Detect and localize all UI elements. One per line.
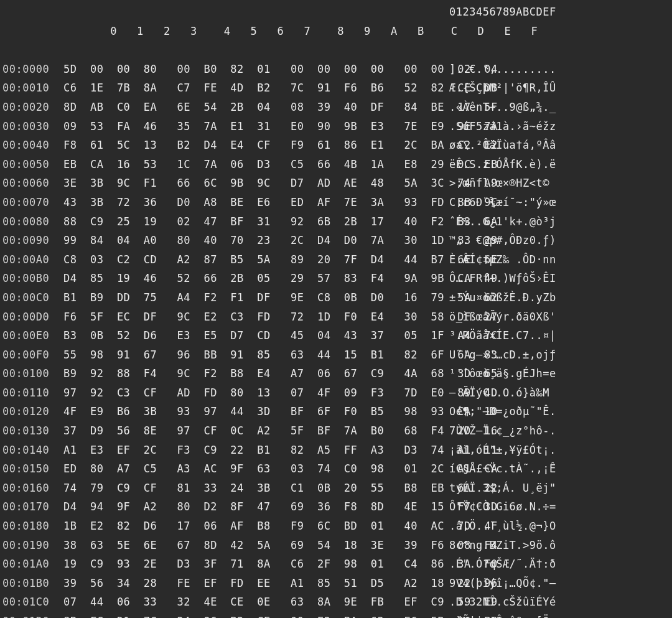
hex-bytes-cell[interactable]: D4 85 19 46 52 66 2B 05 29 57 83 F4 9A 9… <box>63 269 437 288</box>
offset-cell: 00:0090 <box>0 231 63 250</box>
hex-row[interactable]: 00:00C0B1 B9 DD 75 A4 F2 F1 DF 9E C8 0B … <box>0 288 672 307</box>
hex-row[interactable]: 00:01B039 56 34 28 FE EF FD EE A1 85 51 … <box>0 574 672 593</box>
offset-cell: 00:0020 <box>0 98 63 117</box>
offset-header <box>0 2 63 60</box>
hex-bytes-cell[interactable]: 97 92 C3 CF AD FD 80 13 07 4F 09 F3 7D E… <box>63 383 437 403</box>
hex-row[interactable]: 00:01D08B FC D1 7C 24 96 B3 CE 00 E2 BA … <box>0 612 672 618</box>
hex-row[interactable]: 00:00B0D4 85 19 46 52 66 2B 05 29 57 83 … <box>0 269 672 288</box>
offset-cell: 00:0150 <box>0 459 63 479</box>
hex-bytes-cell[interactable]: 8B FC D1 7C 24 96 B3 CE 00 E2 BA 63 E6 5… <box>63 612 437 618</box>
hex-bytes-cell[interactable]: F8 61 5C 13 B2 D4 E4 CF F9 61 86 E1 2C B… <box>63 136 437 155</box>
hex-bytes-cell[interactable]: 4F E9 B6 3B 93 97 44 3D BF 6F F0 B5 98 9… <box>63 402 437 421</box>
offset-cell: 00:0070 <box>0 193 63 212</box>
offset-cell: 00:0030 <box>0 117 63 136</box>
hex-row[interactable]: 00:0040F8 61 5C 13 B2 D4 E4 CF F9 61 86 … <box>0 136 672 155</box>
hex-rows-container: 00:00005D 00 00 80 00 B0 82 01 00 00 00 … <box>0 60 672 618</box>
offset-cell: 00:0060 <box>0 174 63 193</box>
offset-cell: 00:0050 <box>0 155 63 174</box>
hex-bytes-cell[interactable]: B3 0B 52 D6 E3 E5 D7 CD 45 04 43 37 05 1… <box>63 326 437 345</box>
hex-bytes-cell[interactable]: 19 C9 93 2E D3 3F 71 8A C6 2F 98 01 C4 8… <box>63 555 437 574</box>
hex-row[interactable]: 00:0010C6 1E 7B 8A C7 FE 4D B2 7C 91 F6 … <box>0 78 672 98</box>
hex-row[interactable]: 00:01A019 C9 93 2E D3 3F 71 8A C6 2F 98 … <box>0 555 672 574</box>
offset-cell: 00:00F0 <box>0 345 63 365</box>
hex-bytes-cell[interactable]: 8D AB C0 EA 6E 54 2B 04 08 39 40 DF 84 B… <box>63 98 437 117</box>
hex-row[interactable]: 00:00F055 98 91 67 96 BB 91 85 63 44 15 … <box>0 345 672 365</box>
offset-cell: 00:01A0 <box>0 555 63 574</box>
hex-row[interactable]: 00:009099 84 04 A0 80 40 70 23 2C D4 D0 … <box>0 231 672 250</box>
offset-cell: 00:0180 <box>0 517 63 536</box>
hex-bytes-cell[interactable]: ED 80 A7 C5 A3 AC 9F 63 03 74 C0 98 01 2… <box>63 459 437 479</box>
hex-bytes-cell[interactable]: C8 03 C2 CD A2 87 B5 5A 89 20 7F D4 44 B… <box>63 250 437 269</box>
hex-row[interactable]: 00:00A0C8 03 C2 CD A2 87 B5 5A 89 20 7F … <box>0 250 672 269</box>
hex-header-row: 0 1 2 3 4 5 6 7 8 9 A B C D E F 01234567… <box>0 2 672 60</box>
hex-columns-header: 0 1 2 3 4 5 6 7 8 9 A B C D E F <box>63 2 437 60</box>
hex-row[interactable]: 00:00208D AB C0 EA 6E 54 2B 04 08 39 40 … <box>0 98 672 117</box>
hex-row[interactable]: 00:00D0F6 5F EC DF 9C E2 C3 FD 72 1D F0 … <box>0 307 672 327</box>
hex-row[interactable]: 00:0050EB CA 16 53 1C 7A 06 D3 C5 66 4B … <box>0 155 672 174</box>
hex-row[interactable]: 00:003009 53 FA 46 35 7A E1 31 E0 90 9B … <box>0 117 672 136</box>
offset-cell: 00:00C0 <box>0 288 63 307</box>
hex-bytes-cell[interactable]: 99 84 04 A0 80 40 70 23 2C D4 D0 7A 30 1… <box>63 231 437 250</box>
offset-cell: 00:00B0 <box>0 269 63 288</box>
hex-bytes-cell[interactable]: 37 D9 56 8E 97 CF 0C A2 5F BF 7A B0 68 F… <box>63 421 437 441</box>
offset-cell: 00:01B0 <box>0 574 63 593</box>
hex-row[interactable]: 00:019038 63 5E 6E 67 8D 42 5A 69 54 18 … <box>0 536 672 555</box>
hex-row[interactable]: 00:0140A1 E3 EF 2C F3 C9 22 B1 82 A5 FF … <box>0 441 672 460</box>
hex-viewer: 0 1 2 3 4 5 6 7 8 9 A B C D E F 01234567… <box>0 0 672 618</box>
hex-row[interactable]: 00:01801B E2 82 D6 17 06 AF B8 F9 6C BD … <box>0 517 672 536</box>
hex-bytes-cell[interactable]: F6 5F EC DF 9C E2 C3 FD 72 1D F0 E4 30 5… <box>63 307 437 327</box>
hex-bytes-cell[interactable]: B1 B9 DD 75 A4 F2 F1 DF 9E C8 0B D0 16 7… <box>63 288 437 307</box>
hex-bytes-cell[interactable]: 07 44 06 33 32 4E CE 0E 63 8A 9E FB EF C… <box>63 592 437 612</box>
offset-cell: 00:0010 <box>0 78 63 98</box>
hex-bytes-cell[interactable]: D4 94 9F A2 80 D2 8F 47 69 36 F8 8D 4E 1… <box>63 497 437 517</box>
hex-bytes-cell[interactable]: 09 53 FA 46 35 7A E1 31 E0 90 9B E3 7E E… <box>63 117 437 136</box>
hex-row[interactable]: 00:00E0B3 0B 52 D6 E3 E5 D7 CD 45 04 43 … <box>0 326 672 345</box>
offset-cell: 00:0130 <box>0 421 63 441</box>
hex-bytes-cell[interactable]: EB CA 16 53 1C 7A 06 D3 C5 66 4B 1A E8 2… <box>63 155 437 174</box>
hex-row[interactable]: 00:007043 3B 72 36 D0 A8 BE E6 ED AF 7E … <box>0 193 672 212</box>
hex-row[interactable]: 00:0170D4 94 9F A2 80 D2 8F 47 69 36 F8 … <box>0 497 672 517</box>
offset-cell: 00:01C0 <box>0 592 63 612</box>
hex-row[interactable]: 00:008088 C9 25 19 02 47 BF 31 92 6B 2B … <box>0 212 672 232</box>
hex-bytes-cell[interactable]: 39 56 34 28 FE EF FD EE A1 85 51 D5 A2 1… <box>63 574 437 593</box>
offset-cell: 00:0140 <box>0 441 63 460</box>
hex-bytes-cell[interactable]: C6 1E 7B 8A C7 FE 4D B2 7C 91 F6 B6 52 8… <box>63 78 437 98</box>
offset-cell: 00:0120 <box>0 402 63 421</box>
hex-bytes-cell[interactable]: 3E 3B 9C F1 66 6C 9B 9C D7 AD AE 48 5A 3… <box>63 174 437 193</box>
hex-row[interactable]: 00:0100B9 92 88 F4 9C F2 B8 E4 A7 06 67 … <box>0 364 672 383</box>
hex-bytes-cell[interactable]: 1B E2 82 D6 17 06 AF B8 F9 6C BD 01 40 A… <box>63 517 437 536</box>
hex-bytes-cell[interactable]: 55 98 91 67 96 BB 91 85 63 44 15 B1 82 6… <box>63 345 437 365</box>
offset-cell: 00:0170 <box>0 497 63 517</box>
hex-bytes-cell[interactable]: 43 3B 72 36 D0 A8 BE E6 ED AF 7E 3A 93 F… <box>63 193 437 212</box>
offset-cell: 00:0080 <box>0 212 63 232</box>
hex-bytes-cell[interactable]: 88 C9 25 19 02 47 BF 31 92 6B 2B 17 40 F… <box>63 212 437 232</box>
hex-bytes-cell[interactable]: A1 E3 EF 2C F3 C9 22 B1 82 A5 FF A3 D3 7… <box>63 441 437 460</box>
hex-row[interactable]: 00:00005D 00 00 80 00 B0 82 01 00 00 00 … <box>0 60 672 79</box>
hex-row[interactable]: 00:0150ED 80 A7 C5 A3 AC 9F 63 03 74 C0 … <box>0 459 672 479</box>
hex-row[interactable]: 00:011097 92 C3 CF AD FD 80 13 07 4F 09 … <box>0 383 672 403</box>
offset-cell: 00:00A0 <box>0 250 63 269</box>
offset-cell: 00:00E0 <box>0 326 63 345</box>
offset-cell: 00:0160 <box>0 479 63 498</box>
offset-cell: 00:0000 <box>0 60 63 79</box>
hex-row[interactable]: 00:01C007 44 06 33 32 4E CE 0E 63 8A 9E … <box>0 592 672 612</box>
offset-cell: 00:0100 <box>0 364 63 383</box>
offset-cell: 00:0190 <box>0 536 63 555</box>
hex-row[interactable]: 00:01204F E9 B6 3B 93 97 44 3D BF 6F F0 … <box>0 402 672 421</box>
hex-bytes-cell[interactable]: B9 92 88 F4 9C F2 B8 E4 A7 06 67 C9 4A 6… <box>63 364 437 383</box>
offset-cell: 00:00D0 <box>0 307 63 327</box>
offset-cell: 00:0110 <box>0 383 63 403</box>
hex-bytes-cell[interactable]: 74 79 C9 CF 81 33 24 3B C1 0B 20 55 B8 E… <box>63 479 437 498</box>
hex-row[interactable]: 00:016074 79 C9 CF 81 33 24 3B C1 0B 20 … <box>0 479 672 498</box>
hex-row[interactable]: 00:013037 D9 56 8E 97 CF 0C A2 5F BF 7A … <box>0 421 672 441</box>
offset-cell: 00:01D0 <box>0 612 63 618</box>
hex-row[interactable]: 00:00603E 3B 9C F1 66 6C 9B 9C D7 AD AE … <box>0 174 672 193</box>
hex-bytes-cell[interactable]: 5D 00 00 80 00 B0 82 01 00 00 00 00 00 0… <box>63 60 437 79</box>
hex-bytes-cell[interactable]: 38 63 5E 6E 67 8D 42 5A 69 54 18 3E 39 F… <box>63 536 437 555</box>
offset-cell: 00:0040 <box>0 136 63 155</box>
